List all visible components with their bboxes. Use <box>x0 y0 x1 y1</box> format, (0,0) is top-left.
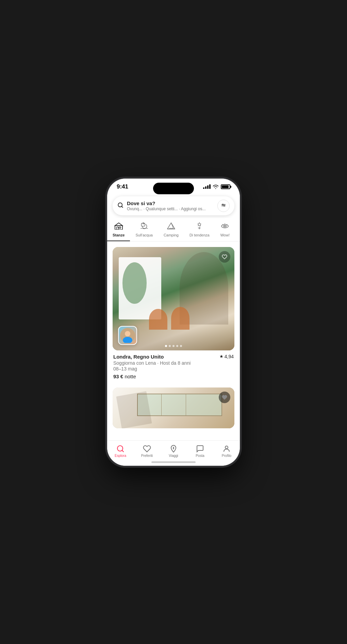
nav-profilo-label: Profilo <box>222 454 231 458</box>
svg-rect-6 <box>117 227 118 230</box>
listing-location-1: Londra, Regno Unito <box>113 354 164 360</box>
airbnb-nav-icon <box>169 445 178 453</box>
tab-camping[interactable]: Camping <box>158 219 184 241</box>
nav-posta[interactable]: Posta <box>187 443 213 459</box>
tab-camping-label: Camping <box>164 233 179 237</box>
listing-dates-1: 08–13 mag <box>113 366 234 371</box>
svg-point-22 <box>225 446 228 449</box>
listing-price-1: 93 € notte <box>113 374 234 379</box>
category-tabs: Stanze Sull'acqua <box>107 218 240 242</box>
search-bar-container: Dove si va? Ovunq... · Qualunque setti..… <box>107 193 240 218</box>
listing-card-1[interactable]: Londra, Regno Unito ★ 4,94 Soggiorna con… <box>113 247 234 379</box>
tab-stanze[interactable]: Stanze <box>107 219 130 241</box>
person-nav-icon <box>222 445 231 453</box>
heart-filled-icon <box>222 395 227 400</box>
tab-wow[interactable]: Wow! <box>215 219 235 241</box>
wifi-icon <box>213 184 219 189</box>
chat-nav-icon <box>196 445 204 453</box>
sullacqua-icon <box>140 222 149 232</box>
tab-ditendenza[interactable]: Di tendenza <box>184 219 215 241</box>
camping-icon <box>167 222 176 232</box>
host-avatar-1 <box>118 326 137 345</box>
search-text: Dove si va? Ovunq... · Qualunque setti..… <box>127 200 214 211</box>
svg-point-13 <box>225 226 226 227</box>
svg-point-11 <box>221 224 228 228</box>
listing-image-2 <box>113 387 234 428</box>
status-time: 9:41 <box>117 183 128 190</box>
heart-icon <box>222 254 227 260</box>
svg-point-4 <box>224 205 225 206</box>
search-bar[interactable]: Dove si va? Ovunq... · Qualunque setti..… <box>113 196 234 215</box>
nav-viaggi[interactable]: Viaggi <box>160 443 187 459</box>
tab-stanze-label: Stanze <box>113 233 125 237</box>
svg-point-20 <box>126 332 130 336</box>
listing-rating-1: ★ 4,94 <box>219 354 234 359</box>
status-icons <box>203 184 230 189</box>
nav-esplora[interactable]: Esplora <box>107 443 134 459</box>
tab-wow-label: Wow! <box>220 233 230 237</box>
listing-image-1 <box>113 247 234 350</box>
nav-preferiti[interactable]: Preferiti <box>134 443 160 459</box>
search-icon <box>117 202 123 210</box>
nav-esplora-label: Esplora <box>115 454 126 458</box>
nav-posta-label: Posta <box>196 454 204 458</box>
battery-icon <box>221 184 230 189</box>
signal-icon <box>203 184 211 189</box>
star-icon: ★ <box>219 354 224 359</box>
wishlist-button-1[interactable] <box>219 251 230 263</box>
listings-container: Londra, Regno Unito ★ 4,94 Soggiorna con… <box>107 242 240 434</box>
search-subtitle: Ovunq... · Qualunque setti... · Aggiungi… <box>127 207 214 211</box>
ditendenza-icon <box>195 222 204 232</box>
nav-preferiti-label: Preferiti <box>141 454 153 458</box>
filter-button[interactable] <box>217 200 230 212</box>
phone-screen: 9:41 <box>107 179 240 466</box>
heart-nav-icon <box>143 445 151 453</box>
search-title: Dove si va? <box>127 200 214 206</box>
image-dots-1 <box>165 345 182 347</box>
nav-profilo[interactable]: Profilo <box>213 443 240 459</box>
phone-frame: 9:41 <box>107 179 240 466</box>
tab-sullacqua[interactable]: Sull'acqua <box>130 219 158 241</box>
home-indicator <box>151 461 196 463</box>
search-nav-icon <box>116 445 125 453</box>
stanze-icon <box>114 222 123 232</box>
tab-ditendenza-label: Di tendenza <box>189 233 210 237</box>
listing-info-1: Londra, Regno Unito ★ 4,94 Soggiorna con… <box>113 350 234 379</box>
listing-card-2[interactable] <box>113 387 234 428</box>
svg-rect-7 <box>119 227 121 228</box>
main-content[interactable]: Dove si va? Ovunq... · Qualunque setti..… <box>107 193 240 440</box>
tab-sullacqua-label: Sull'acqua <box>135 233 152 237</box>
listing-host-1: Soggiorna con Lena · Host da 8 anni <box>113 360 234 366</box>
dynamic-island <box>153 183 194 194</box>
wow-icon <box>220 222 229 232</box>
nav-viaggi-label: Viaggi <box>169 454 178 458</box>
svg-point-3 <box>222 204 224 205</box>
wishlist-button-2[interactable] <box>219 392 230 403</box>
rating-value-1: 4,94 <box>225 354 234 359</box>
svg-rect-5 <box>115 226 122 230</box>
